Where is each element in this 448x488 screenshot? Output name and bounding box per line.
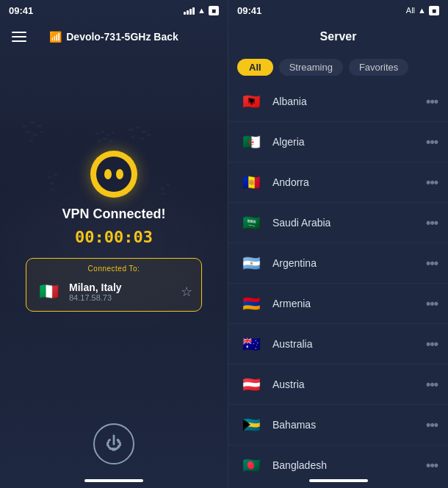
- right-panel: 09:41 All ▲ ■ Server All Streaming Favor…: [228, 0, 448, 488]
- status-bar-left: 09:41 ▲ ■: [0, 0, 228, 21]
- top-nav-left: 📶 Devolo-731-5GHz Back: [0, 21, 228, 53]
- vpn-timer: 00:00:03: [75, 228, 153, 246]
- top-nav-right: Server: [228, 21, 448, 53]
- signal-bar-3: [189, 9, 192, 15]
- power-button[interactable]: ⏻: [93, 423, 134, 464]
- bottom-indicator-left: [84, 479, 143, 482]
- connected-to-box[interactable]: Connected To: 🇮🇹 Milan, Italy 84.17.58.7…: [26, 258, 202, 312]
- battery-icon-left: ■: [209, 6, 219, 15]
- country-name: Argentina: [272, 257, 417, 269]
- country-flag: 🇧🇩: [239, 453, 264, 478]
- all-label-right: All: [406, 6, 415, 15]
- signal-bars: [184, 6, 195, 15]
- signal-bar-1: [184, 12, 186, 15]
- more-icon[interactable]: •••: [426, 417, 438, 433]
- country-item[interactable]: 🇦🇹Austria•••: [228, 365, 448, 405]
- nav-title-left: 📶 Devolo-731-5GHz Back: [49, 31, 178, 43]
- country-name: Andorra: [272, 176, 417, 188]
- country-name: Bahamas: [272, 419, 417, 431]
- server-name: Milan, Italy: [69, 281, 173, 293]
- country-name: Bangladesh: [272, 459, 417, 471]
- more-icon[interactable]: •••: [426, 256, 438, 271]
- status-bar-right: 09:41 All ▲ ■: [228, 0, 448, 21]
- country-flag: 🇩🇿: [239, 129, 264, 154]
- more-icon[interactable]: •••: [426, 94, 438, 110]
- country-name: Austria: [272, 378, 417, 390]
- tab-favorites[interactable]: Favorites: [349, 59, 408, 76]
- country-name: Armenia: [272, 298, 417, 309]
- server-flag: 🇮🇹: [35, 279, 62, 305]
- time-right: 09:41: [237, 5, 261, 16]
- country-name: Algeria: [272, 136, 417, 148]
- country-flag: 🇦🇹: [239, 372, 264, 397]
- country-name: Australia: [272, 338, 417, 350]
- connected-to-label: Connected To:: [35, 265, 192, 273]
- vpn-status-text: VPN Connected!: [62, 207, 165, 222]
- filter-tabs: All Streaming Favorites: [228, 53, 448, 82]
- more-icon[interactable]: •••: [426, 458, 438, 473]
- country-flag: 🇦🇩: [239, 170, 264, 195]
- status-icons-left: ▲ ■: [184, 6, 219, 15]
- battery-icon-right: ■: [429, 6, 439, 15]
- cya-eye-right: [116, 169, 123, 179]
- favorite-star-icon[interactable]: ☆: [181, 284, 192, 300]
- power-btn-area: ⏻: [0, 409, 228, 479]
- country-flag: 🇧🇸: [239, 412, 264, 437]
- hamburger-menu[interactable]: [12, 32, 26, 42]
- more-icon[interactable]: •••: [426, 377, 438, 392]
- server-ip: 84.17.58.73: [69, 293, 173, 302]
- country-flag: 🇦🇺: [239, 331, 264, 356]
- country-flag: 🇦🇲: [239, 291, 264, 316]
- country-item[interactable]: 🇦🇷Argentina•••: [228, 243, 448, 284]
- cya-eye-left: [104, 169, 112, 179]
- tab-streaming[interactable]: Streaming: [279, 59, 343, 76]
- country-flag: 🇦🇱: [239, 89, 264, 114]
- status-icons-right: All ▲ ■: [406, 6, 439, 15]
- time-left: 09:41: [9, 5, 33, 16]
- country-name: Saudi Arabia: [272, 217, 417, 229]
- server-info: Milan, Italy 84.17.58.73: [69, 281, 173, 302]
- left-panel: 09:41 ▲ ■ 📶 Devolo-731-5GHz Back: [0, 0, 228, 488]
- more-icon[interactable]: •••: [426, 215, 438, 231]
- country-flag: 🇸🇦: [239, 210, 264, 235]
- country-flag: 🇦🇷: [239, 251, 264, 276]
- country-item[interactable]: 🇦🇺Australia•••: [228, 324, 448, 365]
- country-name: Albania: [272, 96, 417, 107]
- vpn-connected-area: VPN Connected! 00:00:03 Connected To: 🇮🇹…: [0, 53, 228, 409]
- tab-all[interactable]: All: [237, 59, 273, 76]
- country-item[interactable]: 🇧🇩Bangladesh•••: [228, 445, 448, 479]
- wifi-icon-left: ▲: [198, 6, 206, 15]
- signal-bar-4: [192, 7, 195, 15]
- server-title: Server: [320, 30, 357, 43]
- signal-bar-2: [187, 10, 189, 15]
- more-icon[interactable]: •••: [426, 175, 438, 190]
- bottom-indicator-right: [309, 479, 368, 482]
- connected-server-row: 🇮🇹 Milan, Italy 84.17.58.73 ☆: [35, 279, 192, 305]
- wifi-icon-right: ▲: [418, 6, 426, 15]
- more-icon[interactable]: •••: [426, 296, 438, 312]
- cya-logo-inner: [96, 157, 131, 192]
- cya-logo: [90, 151, 137, 198]
- power-icon: ⏻: [106, 434, 122, 453]
- more-icon[interactable]: •••: [426, 134, 438, 150]
- country-item[interactable]: 🇸🇦Saudi Arabia•••: [228, 203, 448, 243]
- country-item[interactable]: 🇦🇱Albania•••: [228, 82, 448, 122]
- country-item[interactable]: 🇧🇸Bahamas•••: [228, 405, 448, 445]
- country-item[interactable]: 🇦🇲Armenia•••: [228, 284, 448, 324]
- wifi-nav-icon: 📶: [49, 31, 62, 43]
- more-icon[interactable]: •••: [426, 337, 438, 352]
- country-item[interactable]: 🇩🇿Algeria•••: [228, 122, 448, 162]
- country-item[interactable]: 🇦🇩Andorra•••: [228, 162, 448, 203]
- cya-eyes: [104, 169, 123, 179]
- country-list: 🇦🇱Albania•••🇩🇿Algeria•••🇦🇩Andorra•••🇸🇦Sa…: [228, 82, 448, 479]
